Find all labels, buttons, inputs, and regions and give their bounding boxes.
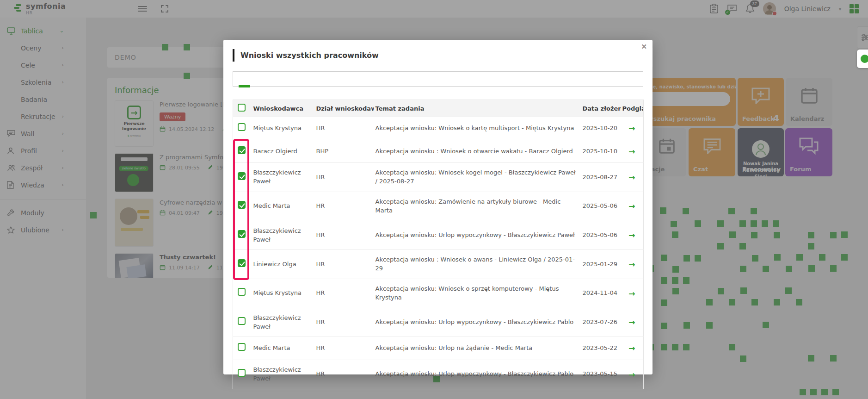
cell-temat: Akceptacja wniosku: Urlop wypoczynkowy -… (374, 308, 581, 337)
row-checkbox[interactable] (238, 123, 246, 131)
col-header-data: Data złożenia (581, 100, 621, 117)
row-checkbox[interactable] (238, 317, 246, 325)
cell-data-zlozenia: 2023-05-15 (581, 360, 621, 389)
cell-dzial: BHP (314, 140, 374, 163)
cell-temat: Akceptacja wniosku: Urlop na żądanie - M… (374, 337, 581, 360)
row-checkbox[interactable] (238, 230, 246, 238)
request-row: Miętus KrystynaHRAkceptacja wniosku: Wni… (233, 279, 644, 308)
cell-temat: Akceptacja wniosku: Urlop wypoczynkowy -… (374, 360, 581, 389)
cell-dzial: HR (314, 360, 374, 389)
cell-temat: Akceptacja wniosku: Wniosek kogel mogel … (374, 163, 581, 192)
preview-arrow-button[interactable]: → (628, 370, 635, 379)
cell-dzial: HR (314, 163, 374, 192)
modal-close-button[interactable]: ✕ (641, 43, 647, 51)
preview-arrow-button[interactable]: → (628, 289, 635, 298)
cell-temat: Akceptacja wniosku: Wniosek o kartę mult… (374, 117, 581, 140)
request-row: Błaszczykiewicz PawełHRAkceptacja wniosk… (233, 308, 644, 337)
cell-wnioskodawca: Medic Marta (252, 337, 314, 360)
row-checkbox[interactable] (238, 288, 246, 296)
active-tab-indicator (239, 85, 250, 87)
cell-temat: Akceptacja wniosku: Urlop wypoczynkowy -… (374, 221, 581, 250)
preview-arrow-button[interactable]: → (628, 147, 635, 156)
table-header-row: Wnioskodawca Dział wnioskodawcy Temat za… (233, 100, 644, 117)
preview-arrow-button[interactable]: → (628, 124, 635, 133)
row-checkbox[interactable] (238, 146, 246, 154)
cell-wnioskodawca: Błaszczykiewicz Paweł (252, 308, 314, 337)
modal-tab-strip[interactable] (233, 71, 643, 87)
app-root: symfonia HR ✓ 37 O (0, 0, 868, 399)
col-header-dzial: Dział wnioskodawcy (314, 100, 374, 117)
cell-data-zlozenia: 2025-08-27 (581, 163, 621, 192)
requests-modal: ✕ Wnioski wszystkich pracowników Wniosko… (223, 40, 653, 374)
cell-temat: Akceptacja wniosku : Wniosek o otwarcie … (374, 140, 581, 163)
preview-arrow-button[interactable]: → (628, 173, 635, 182)
cell-temat: Akceptacja wniosku: Wniosek o sprzęt kom… (374, 279, 581, 308)
select-all-checkbox[interactable] (238, 104, 246, 112)
request-row: Błaszczykiewicz PawełHRAkceptacja wniosk… (233, 221, 644, 250)
requests-table: Wnioskodawca Dział wnioskodawcy Temat za… (233, 100, 644, 389)
col-header-wnioskodawca: Wnioskodawca (252, 100, 314, 117)
cell-dzial: HR (314, 250, 374, 279)
cell-wnioskodawca: Miętus Krystyna (252, 279, 314, 308)
cell-dzial: HR (314, 117, 374, 140)
title-accent-bar (233, 49, 234, 62)
cell-wnioskodawca: Baracz Olgierd (252, 140, 314, 163)
modal-title: Wnioski wszystkich pracowników (240, 51, 379, 60)
row-checkbox[interactable] (238, 343, 246, 351)
cell-data-zlozenia: 2025-05-06 (581, 192, 621, 221)
preview-arrow-button[interactable]: → (628, 260, 635, 269)
preview-arrow-button[interactable]: → (628, 201, 635, 211)
cell-data-zlozenia: 2025-01-29 (581, 250, 621, 279)
cell-dzial: HR (314, 279, 374, 308)
cell-data-zlozenia: 2025-05-06 (581, 221, 621, 250)
cell-temat: Akceptacja wniosku: Zamówienie na artyku… (374, 192, 581, 221)
help-beacon-icon (861, 55, 868, 63)
cell-dzial: HR (314, 337, 374, 360)
row-checkbox[interactable] (238, 172, 246, 180)
help-beacon-button[interactable] (857, 50, 868, 68)
request-row: Miętus KrystynaHRAkceptacja wniosku: Wni… (233, 117, 644, 140)
cell-data-zlozenia: 2023-05-22 (581, 337, 621, 360)
cell-wnioskodawca: Liniewicz Olga (252, 250, 314, 279)
cell-dzial: HR (314, 221, 374, 250)
preview-arrow-button[interactable]: → (628, 231, 635, 240)
row-checkbox[interactable] (238, 201, 246, 209)
cell-data-zlozenia: 2025-10-20 (581, 117, 621, 140)
preview-arrow-button[interactable]: → (628, 318, 635, 327)
cell-wnioskodawca: Błaszczykiewicz Paweł (252, 163, 314, 192)
request-row: Baracz OlgierdBHPAkceptacja wniosku : Wn… (233, 140, 644, 163)
request-row: Błaszczykiewicz PawełHRAkceptacja wniosk… (233, 360, 644, 389)
cell-dzial: HR (314, 308, 374, 337)
cell-wnioskodawca: Błaszczykiewicz Paweł (252, 360, 314, 389)
cell-data-zlozenia: 2024-11-04 (581, 279, 621, 308)
request-row: Błaszczykiewicz PawełHRAkceptacja wniosk… (233, 163, 644, 192)
cell-dzial: HR (314, 192, 374, 221)
request-row: Medic MartaHRAkceptacja wniosku: Urlop n… (233, 337, 644, 360)
request-row: Medic MartaHRAkceptacja wniosku: Zamówie… (233, 192, 644, 221)
row-checkbox[interactable] (238, 259, 246, 267)
cell-wnioskodawca: Miętus Krystyna (252, 117, 314, 140)
preview-arrow-button[interactable]: → (628, 343, 635, 353)
cell-wnioskodawca: Medic Marta (252, 192, 314, 221)
col-header-temat: Temat zadania (374, 100, 581, 117)
cell-wnioskodawca: Błaszczykiewicz Paweł (252, 221, 314, 250)
cell-data-zlozenia: 2023-07-26 (581, 308, 621, 337)
col-header-podglad: Podgląd (621, 100, 644, 117)
row-checkbox[interactable] (238, 369, 246, 377)
cell-data-zlozenia: 2025-10-10 (581, 140, 621, 163)
cell-temat: Akceptacja wniosku : Wniosek o awans - L… (374, 250, 581, 279)
request-row: Liniewicz OlgaHRAkceptacja wniosku : Wni… (233, 250, 644, 279)
